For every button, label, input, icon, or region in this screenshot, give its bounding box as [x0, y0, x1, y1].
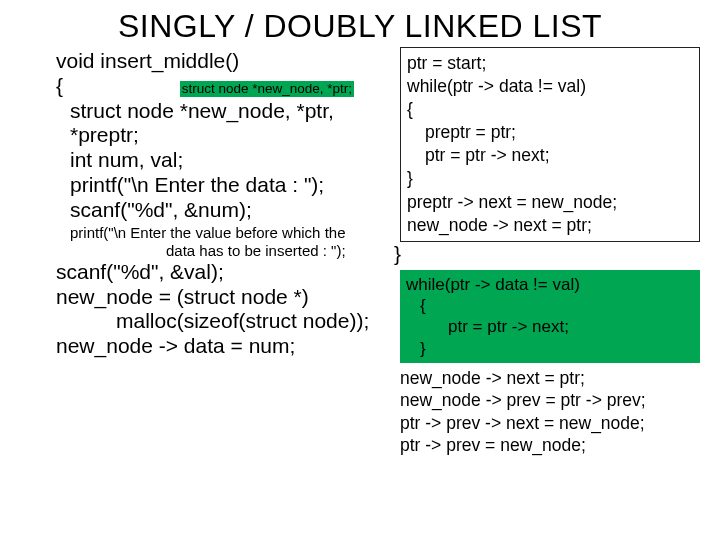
code-line: malloc(sizeof(struct node));: [56, 309, 396, 334]
code-line: preptr -> next = new_node;: [407, 191, 693, 214]
code-line: void insert_middle(): [56, 49, 396, 74]
code-line: new_node -> prev = ptr -> prev;: [400, 389, 700, 411]
code-line: new_node -> next = ptr;: [407, 214, 693, 237]
code-line: {: [406, 295, 694, 316]
code-line: new_node = (struct node *): [56, 285, 396, 310]
right-column: ptr = start; while(ptr -> data != val) {…: [400, 49, 700, 456]
code-line: printf("\n Enter the value before which …: [56, 224, 396, 242]
code-line: data has to be inserted : ");: [56, 242, 396, 260]
code-line: preptr = ptr;: [407, 121, 693, 144]
singly-code-box: ptr = start; while(ptr -> data != val) {…: [400, 47, 700, 242]
trailing-code: new_node -> next = ptr; new_node -> prev…: [400, 367, 700, 457]
code-line: }: [407, 167, 693, 190]
left-column: void insert_middle() { struct node *new_…: [56, 49, 396, 359]
highlight-struct-decl: struct node *new_node, *ptr;: [180, 81, 354, 97]
code-line: new_node -> next = ptr;: [400, 367, 700, 389]
code-line: ptr -> prev -> next = new_node;: [400, 412, 700, 434]
code-line: new_node -> data = num;: [56, 334, 396, 359]
code-line: ptr = ptr -> next;: [406, 316, 694, 337]
code-line: ptr = ptr -> next;: [407, 144, 693, 167]
code-line: ptr -> prev = new_node;: [400, 434, 700, 456]
doubly-highlight-box: while(ptr -> data != val) { ptr = ptr ->…: [400, 270, 700, 363]
code-line: scanf("%d", &num);: [56, 198, 396, 223]
code-line: {: [407, 98, 693, 121]
brace-open: {: [56, 74, 63, 97]
slide-title: SINGLY / DOUBLY LINKED LIST: [0, 8, 720, 45]
code-line: scanf("%d", &val);: [56, 260, 396, 285]
code-line: while(ptr -> data != val): [406, 274, 694, 295]
code-line: struct node *new_node, *ptr, *preptr;: [56, 99, 396, 149]
code-line: printf("\n Enter the data : ");: [56, 173, 396, 198]
code-line: }: [406, 338, 694, 359]
brace-close: }: [394, 242, 700, 266]
code-line: int num, val;: [56, 148, 396, 173]
code-line: { struct node *new_node, *ptr;: [56, 74, 396, 99]
code-line: ptr = start;: [407, 52, 693, 75]
code-line: while(ptr -> data != val): [407, 75, 693, 98]
